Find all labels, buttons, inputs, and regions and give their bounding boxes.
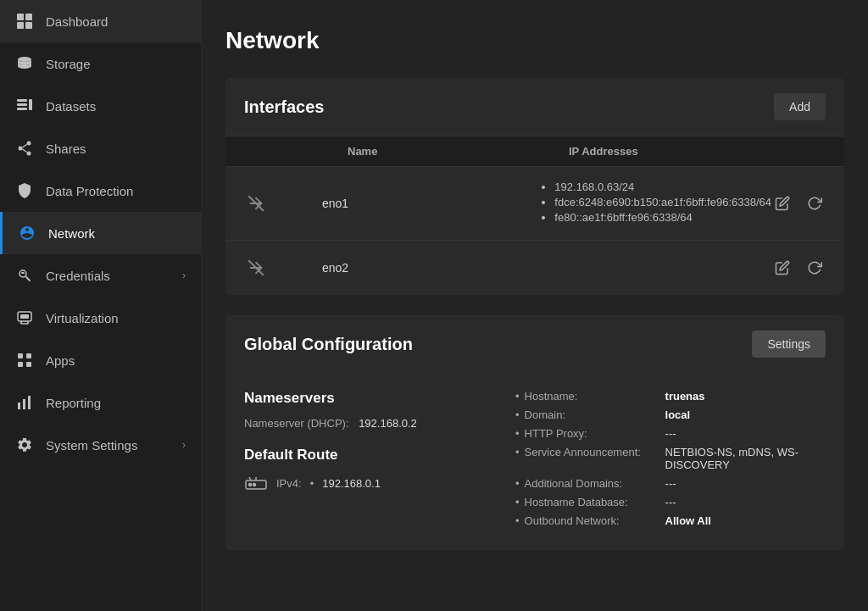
sidebar-item-system-settings[interactable]: System Settings › [0, 424, 201, 466]
detail-key: Domain: [525, 408, 660, 421]
global-config-card: Global Configuration Settings Nameserver… [225, 315, 844, 550]
no-link-icon [244, 192, 268, 215]
svg-rect-15 [21, 272, 25, 274]
sidebar: Dashboard Storage Datasets Shares Data P… [0, 0, 202, 611]
svg-rect-19 [26, 353, 31, 358]
svg-rect-6 [17, 103, 27, 106]
table-row: eno2 [225, 241, 844, 295]
row-actions-eno1 [771, 192, 826, 214]
config-detail-hostname-database: Hostname Database: --- [515, 496, 826, 508]
chevron-right-icon: › [182, 439, 186, 451]
svg-line-13 [23, 149, 27, 153]
sidebar-item-reporting[interactable]: Reporting [0, 381, 201, 424]
ip-item: 192.168.0.63/24 [554, 181, 771, 193]
refresh-eno1-button[interactable] [804, 192, 826, 214]
sidebar-item-data-protection[interactable]: Data Protection [0, 169, 201, 212]
svg-rect-18 [18, 353, 23, 358]
svg-rect-0 [17, 14, 24, 20]
config-detail-hostname: Hostname: truenas [515, 390, 826, 403]
detail-value: local [665, 408, 691, 421]
sidebar-item-virtualization[interactable]: Virtualization [0, 297, 201, 339]
svg-point-28 [249, 484, 252, 486]
settings-button[interactable]: Settings [752, 330, 826, 358]
svg-point-29 [253, 484, 256, 486]
sidebar-item-label: Apps [46, 353, 75, 368]
interface-icon-col [244, 192, 312, 215]
interface-name-eno1: eno1 [312, 197, 539, 210]
shield-icon [15, 181, 34, 200]
page-title: Network [225, 27, 844, 54]
row-actions-eno2 [771, 257, 826, 279]
ip-list-eno1: 192.168.0.63/24 fdce:6248:e690:b150:ae1f… [539, 181, 771, 226]
detail-key: Hostname: [525, 390, 660, 403]
virtualization-icon [15, 308, 34, 327]
svg-rect-8 [29, 99, 32, 110]
sidebar-item-label: Storage [46, 57, 91, 71]
detail-value: Allow All [665, 514, 711, 527]
config-details-list: Hostname: truenas Domain: local HTTP Pro… [515, 390, 826, 527]
sidebar-item-shares[interactable]: Shares [0, 127, 201, 169]
network-icon [18, 224, 36, 242]
chevron-right-icon: › [182, 269, 186, 281]
sidebar-item-credentials[interactable]: Credentials › [0, 254, 201, 297]
detail-key: Additional Domains: [525, 477, 660, 490]
nameserver-dhcp-field: Nameserver (DHCP): 192.168.0.2 [244, 417, 481, 430]
config-detail-outbound-network: Outbound Network: Allow All [515, 514, 826, 527]
dashboard-icon [15, 12, 34, 31]
edit-eno1-button[interactable] [771, 192, 793, 214]
detail-value: NETBIOS-NS, mDNS, WS-DISCOVERY [665, 446, 826, 471]
sidebar-item-network[interactable]: Network [0, 212, 201, 254]
sidebar-item-label: Dashboard [46, 14, 108, 29]
svg-line-12 [23, 145, 27, 148]
sidebar-item-label: System Settings [46, 438, 137, 453]
svg-rect-20 [18, 362, 23, 367]
col-ip-header: IP Addresses [569, 145, 826, 158]
detail-value: truenas [665, 390, 705, 403]
ipv4-value: 192.168.0.1 [322, 477, 381, 490]
sidebar-item-label: Credentials [46, 269, 110, 283]
shares-icon [15, 139, 34, 158]
interfaces-card: Interfaces Add Name IP Addresses eno1 [225, 78, 844, 295]
detail-key: Service Announcement: [525, 446, 660, 458]
ip-item: fdce:6248:e690:b150:ae1f:6bff:fe96:6338/… [554, 196, 771, 208]
default-route-section-title: Default Route [244, 447, 481, 464]
reporting-icon [15, 393, 34, 412]
svg-rect-23 [23, 399, 25, 409]
detail-value: --- [665, 496, 676, 508]
sidebar-item-storage[interactable]: Storage [0, 42, 201, 85]
svg-rect-3 [25, 22, 32, 29]
router-icon [244, 474, 268, 492]
ipv4-bullet: • [310, 477, 314, 490]
sidebar-item-label: Datasets [46, 99, 96, 114]
sidebar-item-datasets[interactable]: Datasets [0, 85, 201, 127]
detail-key: HTTP Proxy: [525, 427, 660, 440]
svg-rect-7 [17, 108, 27, 110]
config-left-col: Nameservers Nameserver (DHCP): 192.168.0… [244, 390, 481, 533]
refresh-eno2-button[interactable] [804, 257, 826, 279]
sidebar-item-dashboard[interactable]: Dashboard [0, 0, 201, 42]
credentials-icon [15, 266, 34, 285]
svg-rect-5 [17, 99, 27, 102]
detail-key: Hostname Database: [525, 496, 660, 508]
detail-value: --- [665, 427, 676, 440]
sidebar-item-label: Data Protection [46, 184, 133, 198]
global-config-body: Nameservers Nameserver (DHCP): 192.168.0… [225, 373, 844, 550]
sidebar-item-label: Virtualization [46, 311, 119, 325]
nameservers-section-title: Nameservers [244, 390, 481, 407]
apps-icon [15, 351, 34, 369]
config-detail-additional-domains: Additional Domains: --- [515, 477, 826, 490]
global-config-title: Global Configuration [244, 335, 413, 354]
svg-point-4 [18, 57, 31, 62]
sidebar-item-label: Reporting [46, 396, 101, 410]
add-interface-button[interactable]: Add [774, 93, 826, 120]
nameserver-dhcp-value: 192.168.0.2 [359, 417, 417, 430]
detail-value: --- [665, 477, 676, 490]
interfaces-table-header: Name IP Addresses [225, 136, 844, 167]
svg-rect-21 [26, 362, 31, 367]
svg-rect-2 [17, 22, 24, 29]
storage-icon [15, 54, 34, 73]
edit-eno2-button[interactable] [771, 257, 793, 279]
config-right-col: Hostname: truenas Domain: local HTTP Pro… [515, 390, 826, 533]
sidebar-item-apps[interactable]: Apps [0, 339, 201, 381]
sidebar-item-label: Shares [46, 142, 86, 156]
